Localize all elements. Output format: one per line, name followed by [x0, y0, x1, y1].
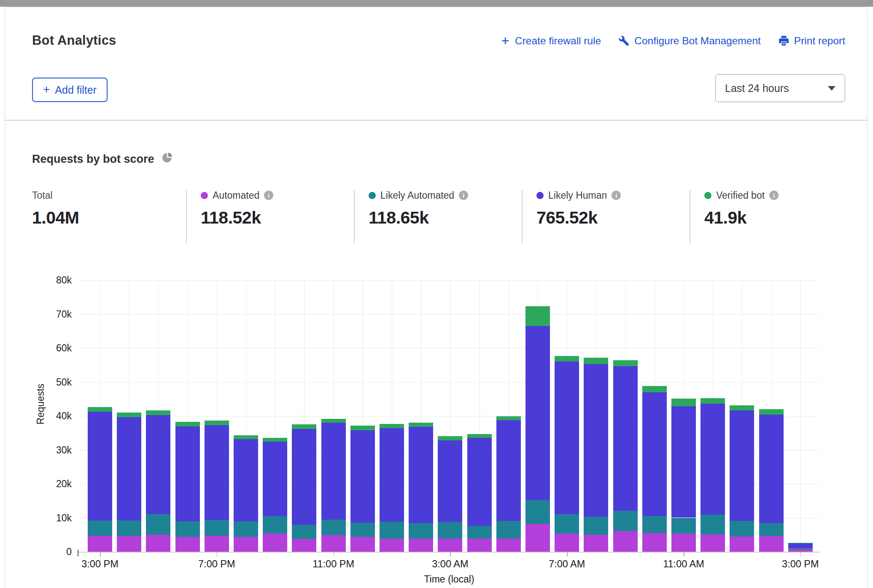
- bar-400pm-verified-bot[interactable]: [117, 413, 141, 417]
- bar-1200pm-automated[interactable]: [701, 534, 725, 552]
- add-filter-button[interactable]: + Add filter: [32, 78, 108, 102]
- bar-1000am-likely-human[interactable]: [642, 392, 667, 516]
- bar-200pm-likely-human[interactable]: [759, 415, 784, 523]
- bar-200am-likely-automated[interactable]: [409, 523, 433, 539]
- bar-100am-automated[interactable]: [380, 539, 404, 552]
- bar-1100pm-automated[interactable]: [321, 535, 346, 552]
- bar-800pm-likely-automated[interactable]: [234, 521, 258, 537]
- bar-400pm-automated[interactable]: [117, 536, 141, 552]
- bar-700am-verified-bot[interactable]: [555, 356, 579, 362]
- bar-500am-automated[interactable]: [496, 539, 521, 552]
- bar-900pm-verified-bot[interactable]: [263, 438, 287, 442]
- bar-1000am-verified-bot[interactable]: [642, 386, 667, 392]
- bar-800am-likely-automated[interactable]: [584, 517, 608, 535]
- bar-500pm-likely-human[interactable]: [146, 415, 170, 514]
- bar-300pm-likely-automated[interactable]: [788, 548, 813, 549]
- bar-300pm-likely-automated[interactable]: [88, 521, 112, 536]
- bar-1100pm-verified-bot[interactable]: [321, 419, 346, 423]
- bar-300pm-automated[interactable]: [88, 536, 112, 552]
- bar-900am-likely-human[interactable]: [613, 366, 638, 511]
- bar-500pm-likely-automated[interactable]: [146, 514, 170, 534]
- bar-1000am-likely-automated[interactable]: [642, 516, 667, 533]
- bar-1200am-automated[interactable]: [350, 537, 375, 552]
- bar-1200pm-likely-automated[interactable]: [701, 515, 725, 534]
- bar-600am-likely-automated[interactable]: [525, 500, 550, 524]
- print-report-link[interactable]: Print report: [778, 35, 845, 47]
- bar-1100am-automated[interactable]: [671, 534, 696, 552]
- bar-900am-likely-automated[interactable]: [613, 511, 638, 531]
- bar-300pm-likely-human[interactable]: [88, 412, 112, 521]
- bar-1000pm-verified-bot[interactable]: [292, 424, 316, 429]
- bar-700pm-verified-bot[interactable]: [205, 421, 229, 425]
- bar-400pm-likely-human[interactable]: [117, 417, 141, 521]
- bar-800pm-automated[interactable]: [234, 537, 258, 552]
- bar-1100am-verified-bot[interactable]: [671, 399, 696, 406]
- configure-bot-management-link[interactable]: Configure Bot Management: [618, 35, 761, 47]
- bar-100pm-automated[interactable]: [730, 537, 754, 552]
- bar-900pm-automated[interactable]: [263, 534, 287, 552]
- bar-300am-automated[interactable]: [438, 539, 462, 552]
- bar-600am-likely-human[interactable]: [525, 326, 550, 500]
- bar-200pm-verified-bot[interactable]: [759, 409, 784, 415]
- info-icon[interactable]: i: [612, 191, 621, 200]
- bar-300pm-verified-bot[interactable]: [788, 543, 813, 543]
- bar-800am-likely-human[interactable]: [584, 364, 608, 517]
- bar-500am-likely-human[interactable]: [496, 420, 521, 521]
- bar-1200am-likely-human[interactable]: [350, 430, 375, 523]
- bar-600pm-likely-automated[interactable]: [175, 521, 200, 537]
- bar-700pm-likely-human[interactable]: [205, 425, 229, 520]
- bar-400am-verified-bot[interactable]: [467, 434, 492, 438]
- bar-100am-likely-human[interactable]: [380, 428, 404, 522]
- bar-600am-verified-bot[interactable]: [525, 306, 550, 326]
- bar-500am-verified-bot[interactable]: [496, 416, 521, 420]
- bar-300am-verified-bot[interactable]: [438, 436, 462, 440]
- bar-600pm-likely-human[interactable]: [175, 426, 200, 521]
- bar-600pm-automated[interactable]: [175, 537, 200, 552]
- bar-200am-verified-bot[interactable]: [409, 423, 433, 427]
- bar-200pm-likely-automated[interactable]: [759, 523, 784, 536]
- bar-200pm-automated[interactable]: [759, 536, 784, 552]
- bar-1100pm-likely-human[interactable]: [321, 423, 346, 520]
- create-firewall-rule-link[interactable]: Create firewall rule: [500, 35, 601, 47]
- bar-800am-automated[interactable]: [584, 535, 608, 552]
- bar-100pm-likely-automated[interactable]: [730, 521, 754, 537]
- bar-1100am-likely-automated[interactable]: [671, 518, 696, 534]
- bar-700pm-automated[interactable]: [205, 536, 229, 552]
- bar-900pm-likely-automated[interactable]: [263, 516, 287, 534]
- bar-900am-automated[interactable]: [613, 531, 638, 552]
- bar-1000am-automated[interactable]: [642, 533, 667, 552]
- bar-100am-likely-automated[interactable]: [380, 522, 404, 538]
- bar-600am-automated[interactable]: [525, 524, 550, 552]
- bar-1100am-likely-human[interactable]: [671, 406, 696, 518]
- time-range-select[interactable]: Last 24 hours: [715, 74, 845, 102]
- bar-1000pm-likely-automated[interactable]: [292, 525, 316, 539]
- bar-400am-likely-automated[interactable]: [467, 526, 492, 539]
- bar-1000pm-automated[interactable]: [292, 539, 316, 552]
- bar-400am-automated[interactable]: [467, 539, 492, 552]
- bar-400am-likely-human[interactable]: [467, 438, 492, 526]
- bar-1200pm-verified-bot[interactable]: [701, 398, 725, 404]
- bar-500pm-automated[interactable]: [146, 535, 170, 552]
- bar-300am-likely-automated[interactable]: [438, 522, 462, 538]
- info-icon[interactable]: i: [459, 191, 468, 200]
- info-icon[interactable]: i: [264, 191, 273, 200]
- bar-1100pm-likely-automated[interactable]: [321, 520, 346, 535]
- bar-200am-likely-human[interactable]: [409, 427, 433, 523]
- bar-700am-automated[interactable]: [555, 534, 579, 552]
- bar-1200am-verified-bot[interactable]: [350, 426, 375, 430]
- bar-900pm-likely-human[interactable]: [263, 442, 287, 516]
- bar-500am-likely-automated[interactable]: [496, 521, 521, 539]
- bar-700am-likely-human[interactable]: [555, 361, 579, 514]
- bar-800am-verified-bot[interactable]: [584, 358, 608, 364]
- bar-900am-verified-bot[interactable]: [613, 360, 638, 366]
- bar-1200am-likely-automated[interactable]: [350, 523, 375, 537]
- bar-1000pm-likely-human[interactable]: [292, 429, 316, 525]
- bar-300am-likely-human[interactable]: [438, 440, 462, 522]
- bar-100am-verified-bot[interactable]: [380, 424, 404, 428]
- bar-100pm-likely-human[interactable]: [730, 410, 754, 521]
- bar-300pm-automated[interactable]: [788, 549, 813, 552]
- bar-200am-automated[interactable]: [409, 539, 433, 552]
- bar-300pm-likely-human[interactable]: [788, 543, 813, 548]
- info-icon[interactable]: i: [769, 191, 779, 200]
- bar-500pm-verified-bot[interactable]: [146, 410, 170, 415]
